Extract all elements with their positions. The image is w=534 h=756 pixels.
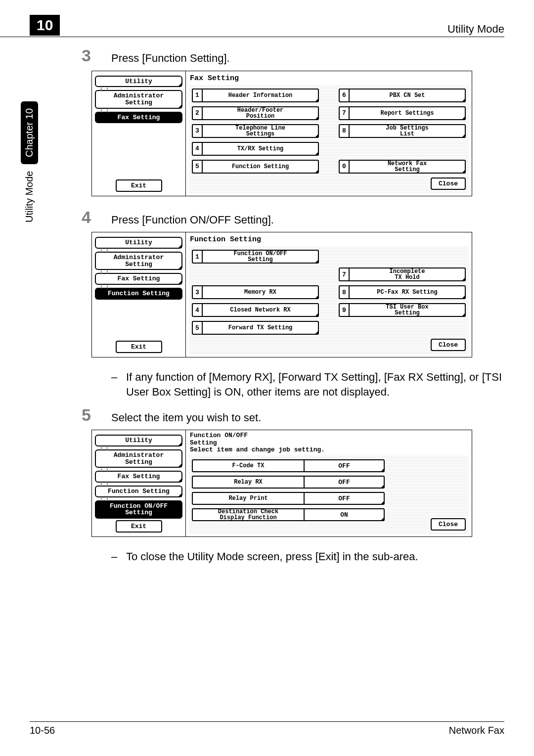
menu-option[interactable]: 3Memory RX <box>192 285 319 299</box>
crumb-fax-setting[interactable]: Fax Setting <box>95 471 182 483</box>
crumb-utility[interactable]: Utility <box>95 237 182 249</box>
menu-option-label: Closed Network RX <box>202 303 319 317</box>
onoff-row[interactable]: F-Code TXOFF <box>192 459 385 472</box>
crumb-utility[interactable]: Utility <box>95 76 182 88</box>
menu-option-label: Job Settings List <box>349 124 466 138</box>
header-title: Utility Mode <box>447 23 504 36</box>
screen-function-onoff: Utility Administrator Setting Fax Settin… <box>91 430 472 536</box>
crumb-function-setting[interactable]: Function Setting <box>95 486 182 497</box>
menu-option-label: Forward TX Setting <box>202 321 319 335</box>
crumb-fax-setting[interactable]: Fax Setting <box>95 112 182 124</box>
menu-option-number: 8 <box>339 285 349 299</box>
menu-option-number: 5 <box>192 321 202 335</box>
menu-option[interactable]: 5Forward TX Setting <box>192 321 319 335</box>
menu-option[interactable]: 2Header/Footer Position <box>192 106 319 120</box>
exit-button[interactable]: Exit <box>116 520 162 533</box>
menu-option[interactable]: 4TX/RX Setting <box>192 142 319 156</box>
screen-fax-setting: Utility Administrator Setting Fax Settin… <box>91 71 472 196</box>
side-chapter-pill: Chapter 10 <box>21 101 38 164</box>
side-tab: Utility Mode Chapter 10 <box>21 101 38 222</box>
onoff-label: Relay RX <box>192 476 304 489</box>
note-dash: – <box>111 549 126 564</box>
step-5-number: 5 <box>82 406 111 423</box>
screen-title: Function ON/OFF SettingSelect item and c… <box>189 432 469 455</box>
close-button[interactable]: Close <box>431 339 466 351</box>
menu-option-number: 3 <box>192 124 202 138</box>
step-3-number: 3 <box>82 47 111 64</box>
crumb-admin-setting[interactable]: Administrator Setting <box>95 252 182 270</box>
menu-option-number: 3 <box>192 285 202 299</box>
menu-option-number: 1 <box>192 250 202 264</box>
onoff-label: F-Code TX <box>192 459 304 472</box>
menu-option-label: PBX CN Set <box>349 89 466 102</box>
menu-option[interactable]: 4Closed Network RX <box>192 303 319 317</box>
crumb-function-onoff[interactable]: Function ON/OFF Setting <box>95 500 182 519</box>
crumb-admin-setting[interactable]: Administrator Setting <box>95 449 182 468</box>
menu-option[interactable]: 7Incomplete TX Hold <box>339 267 466 281</box>
menu-option[interactable]: 5Function Setting <box>192 160 319 174</box>
screen-function-setting: Utility Administrator Setting Fax Settin… <box>91 232 472 357</box>
menu-option-number: 4 <box>192 303 202 317</box>
onoff-value: ON <box>304 508 385 521</box>
onoff-value: OFF <box>304 476 385 489</box>
menu-option-label: Header/Footer Position <box>202 106 319 120</box>
menu-option-number: 4 <box>192 142 202 156</box>
step-5-note: To close the Utility Mode screen, press … <box>126 549 418 564</box>
onoff-row[interactable]: Destination Check Display FunctionON <box>192 508 385 521</box>
menu-option-label: Incomplete TX Hold <box>349 267 466 281</box>
exit-button[interactable]: Exit <box>116 179 162 192</box>
crumb-function-setting[interactable]: Function Setting <box>95 288 182 300</box>
step-4-text: Press [Function ON/OFF Setting]. <box>111 209 274 227</box>
menu-option-number: 8 <box>339 124 349 138</box>
menu-option-label: Telephone Line Settings <box>202 124 319 138</box>
menu-option[interactable]: 7Report Settings <box>339 106 466 120</box>
menu-option[interactable]: 9TSI User Box Setting <box>339 303 466 317</box>
menu-option-number: 0 <box>339 160 349 174</box>
screen-title: Fax Setting <box>189 73 469 85</box>
crumb-admin-setting[interactable]: Administrator Setting <box>95 90 182 108</box>
menu-option-number: 7 <box>339 106 349 120</box>
page-number: 10-56 <box>30 725 55 736</box>
step-3-text: Press [Function Setting]. <box>111 47 230 66</box>
menu-option-label: Function ON/OFF Setting <box>202 250 319 264</box>
note-dash: – <box>111 370 126 399</box>
menu-option-number: 1 <box>192 89 202 102</box>
onoff-label: Destination Check Display Function <box>192 508 304 521</box>
exit-button[interactable]: Exit <box>116 341 162 353</box>
onoff-row[interactable]: Relay RXOFF <box>192 476 385 489</box>
onoff-row[interactable]: Relay PrintOFF <box>192 492 385 505</box>
menu-option-number: 2 <box>192 106 202 120</box>
menu-option[interactable]: 3Telephone Line Settings <box>192 124 319 138</box>
menu-option[interactable]: 1Header Information <box>192 89 319 102</box>
menu-option[interactable]: 1Function ON/OFF Setting <box>192 250 319 264</box>
menu-option[interactable]: 6PBX CN Set <box>339 89 466 102</box>
menu-option-label: Report Settings <box>349 106 466 120</box>
footer-title: Network Fax <box>449 725 504 736</box>
step-5-text: Select the item you wish to set. <box>111 406 261 425</box>
onoff-label: Relay Print <box>192 492 304 505</box>
screen-title: Function Setting <box>189 234 469 246</box>
menu-option-number: 6 <box>339 89 349 102</box>
menu-option[interactable]: 8Job Settings List <box>339 124 466 138</box>
crumb-utility[interactable]: Utility <box>95 435 182 446</box>
step-4-note: If any function of [Memory RX], [Forward… <box>126 370 504 399</box>
menu-option-label: Network Fax Setting <box>349 160 466 174</box>
menu-option[interactable]: 8PC-Fax RX Setting <box>339 285 466 299</box>
side-label: Utility Mode <box>24 171 35 222</box>
close-button[interactable]: Close <box>431 178 466 190</box>
close-button[interactable]: Close <box>431 518 466 531</box>
onoff-value: OFF <box>304 492 385 505</box>
menu-option-label: Header Information <box>202 89 319 102</box>
menu-option-label: TSI User Box Setting <box>349 303 466 317</box>
menu-option[interactable]: 0Network Fax Setting <box>339 160 466 174</box>
crumb-fax-setting[interactable]: Fax Setting <box>95 273 182 285</box>
onoff-value: OFF <box>304 459 385 472</box>
chapter-number: 10 <box>30 15 60 36</box>
menu-option-number: 7 <box>339 267 349 281</box>
menu-option-number: 9 <box>339 303 349 317</box>
menu-option-label: Memory RX <box>202 285 319 299</box>
menu-option-number: 5 <box>192 160 202 174</box>
menu-option-label: PC-Fax RX Setting <box>349 285 466 299</box>
menu-option-label: TX/RX Setting <box>202 142 319 156</box>
menu-option-label: Function Setting <box>202 160 319 174</box>
